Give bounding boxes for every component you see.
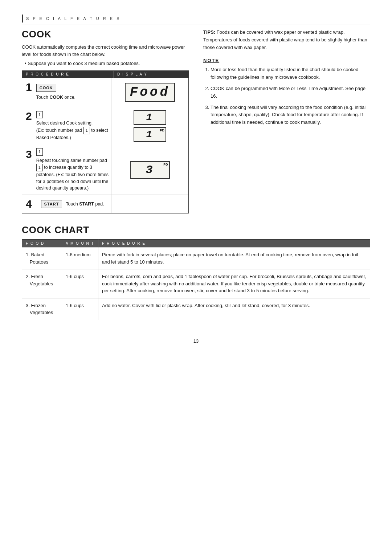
chart-row-1: 1. Baked Potatoes 1-6 medium Pierce with… (22, 248, 370, 269)
lcd-digit-top: 1 (146, 112, 154, 123)
step-2-display: 1 PD 1 (111, 107, 188, 145)
step-3-row: 3 1 Repeat touching same number pad 1 to… (22, 145, 188, 195)
lcd-superscript-pd: PD (160, 129, 164, 132)
procedure-table: P R O C E D U R E D I S P L A Y 1 COOK T… (22, 70, 189, 213)
lcd-step3: PD 3 (130, 161, 170, 179)
chart-row-3: 3. Frozen Vegetables 1-6 cups Add no wat… (22, 298, 370, 320)
cook-chart-title: COOK CHART (22, 224, 370, 236)
step-2-instruction-main: Select desired Cook setting. (36, 120, 109, 127)
amount-3: 1-6 cups (62, 298, 98, 320)
col-procedure-chart-header: P R O C E D U R E (98, 240, 370, 248)
start-button: START (41, 200, 62, 208)
cook-button: COOK (36, 84, 56, 92)
food-2: 2. Fresh Vegetables (22, 269, 62, 298)
step-3-content: 1 Repeat touching same number pad 1 to i… (34, 145, 111, 195)
note-item-1: More or less food than the quantity list… (211, 66, 370, 81)
step-4-instruction: Touch START pad. (66, 201, 104, 208)
left-column: COOK COOK automatically computes the cor… (22, 29, 189, 213)
lcd-food-display: Food (125, 83, 175, 102)
procedure-1: Pierce with fork in several places; plac… (98, 248, 370, 269)
cook-title: COOK (22, 29, 189, 40)
tips-label: TIPS: (203, 29, 215, 35)
step-3-key-inline: 1 (36, 164, 43, 171)
note-title: NOTE (203, 58, 370, 63)
lcd-step2-bottom: PD 1 (134, 127, 166, 142)
amount-1: 1-6 medium (62, 248, 98, 269)
step-2-number: 2 (22, 107, 34, 145)
col-food-header: F O O D (22, 240, 62, 248)
step-3-instruction: Repeat touching same number pad 1 to inc… (36, 157, 109, 192)
note-list: More or less food than the quantity list… (203, 66, 370, 126)
step-3-number: 3 (22, 145, 34, 195)
procedure-2: For beans, carrots, corn and peas, add 1… (98, 269, 370, 298)
food-3: 3. Frozen Vegetables (22, 298, 62, 320)
note-item-2: COOK can be programmed with More or Less… (211, 85, 370, 100)
section-label: S P E C I A L F E A T U R E S (26, 16, 370, 21)
step-4-number: 4 (22, 195, 34, 213)
step-1-row: 1 COOK Touch COOK once. Food (22, 78, 188, 107)
step-2-key-inline: 1 (83, 127, 90, 134)
step-4-content: START Touch START pad. (34, 195, 111, 213)
page-number-value: 13 (193, 338, 199, 344)
lcd-step2-top: 1 (134, 110, 166, 125)
cook-intro: COOK automatically computes the correct … (22, 44, 189, 58)
col-amount-header: A M O U N T (62, 240, 98, 248)
lcd-step3-digit: 3 (146, 163, 154, 177)
special-features-header: S P E C I A L F E A T U R E S (22, 15, 370, 24)
step-1-display: Food (111, 78, 188, 107)
cook-chart-table: F O O D A M O U N T P R O C E D U R E 1.… (22, 239, 370, 320)
tips-paragraph: TIPS: Foods can be covered with wax pape… (203, 29, 370, 51)
step-3-display: PD 3 (111, 145, 188, 195)
chart-row-2: 2. Fresh Vegetables 1-6 cups For beans, … (22, 269, 370, 298)
main-content: COOK COOK automatically computes the cor… (22, 29, 370, 213)
amount-2: 1-6 cups (62, 269, 98, 298)
step-1-content: COOK Touch COOK once. (34, 78, 111, 107)
lcd-food-text: Food (130, 85, 170, 100)
lcd-digit-bottom: 1 (146, 129, 154, 140)
step-2-content: 1 Select desired Cook setting. (Ex: touc… (34, 107, 111, 145)
page-number: 13 (22, 338, 370, 344)
col-display-header: D I S P L A Y (114, 71, 188, 78)
step-2-key: 1 (36, 111, 43, 119)
cook-chart-header-row: F O O D A M O U N T P R O C E D U R E (22, 240, 370, 248)
step-3-key: 1 (36, 148, 43, 156)
lcd-step3-superscript: PD (163, 163, 168, 166)
cook-bullet: • Suppose you want to cook 3 medium bake… (22, 61, 189, 66)
table-header: P R O C E D U R E D I S P L A Y (22, 71, 188, 78)
tips-content: Foods can be covered with wax paper or v… (203, 29, 367, 50)
food-1: 1. Baked Potatoes (22, 248, 62, 269)
header-bar-accent (22, 15, 23, 23)
procedure-3: Add no water. Cover with lid or plastic … (98, 298, 370, 320)
step-1-instruction: Touch COOK once. (36, 94, 109, 101)
step-4-row: 4 START Touch START pad. (22, 195, 188, 213)
step-4-display (111, 195, 188, 213)
note-item-3: The final cooking result will vary accor… (211, 104, 370, 126)
col-procedure-header: P R O C E D U R E (22, 71, 114, 78)
right-column: TIPS: Foods can be covered with wax pape… (203, 29, 370, 213)
cook-chart-section: COOK CHART F O O D A M O U N T P R O C E… (22, 224, 370, 320)
step-2-row: 2 1 Select desired Cook setting. (Ex: to… (22, 107, 188, 145)
step-1-number: 1 (22, 78, 34, 107)
step-2-instruction-sub: (Ex: touch number pad 1 to select Baked … (36, 127, 109, 141)
